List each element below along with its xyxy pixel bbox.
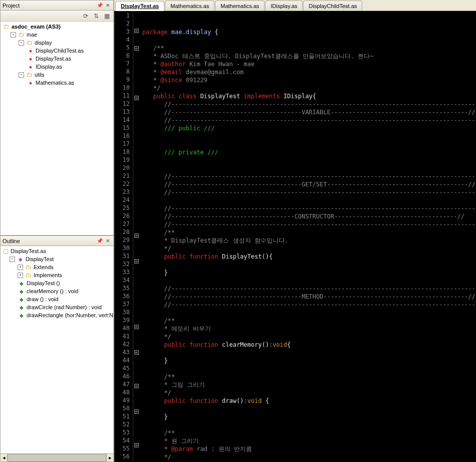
outline-item[interactable]: +🗀Extends	[1, 263, 113, 271]
project-tree-body[interactable]: 🗀 asdoc_exam (AS3) −🗀mae−🗀displayDisplay…	[1, 22, 113, 235]
method-icon	[18, 287, 26, 295]
view-icon[interactable]: ▦	[102, 12, 111, 21]
outline-class[interactable]: − DisplayTest	[1, 255, 113, 263]
outline-panel-title: Outline	[3, 238, 95, 244]
pin-icon[interactable]: 📌	[96, 2, 103, 9]
outline-item[interactable]: clearMemory () : void	[1, 287, 113, 295]
outline-tree: ▢ DisplayTest.as − DisplayTest +🗀Extends…	[1, 246, 113, 320]
outline-panel-header[interactable]: Outline 📌 ✕	[1, 236, 113, 246]
folder-icon: 🗀	[25, 263, 33, 271]
project-tree: 🗀 asdoc_exam (AS3) −🗀mae−🗀displayDisplay…	[1, 22, 113, 88]
fold-icon[interactable]: −	[134, 350, 139, 355]
method-icon	[18, 303, 26, 311]
class-icon	[17, 255, 25, 263]
collapse-icon[interactable]: −	[19, 72, 24, 78]
fold-icon[interactable]: −	[134, 234, 139, 238]
editor-tab[interactable]: DisplayTest.as	[115, 1, 164, 11]
fold-icon[interactable]: −	[134, 259, 139, 264]
folder-icon: 🗀	[26, 71, 34, 79]
project-panel-title: Project	[3, 3, 95, 9]
outline-tree-body[interactable]: ▢ DisplayTest.as − DisplayTest +🗀Extends…	[1, 246, 113, 453]
as-file-icon	[27, 63, 35, 71]
outline-panel: Outline 📌 ✕ ▢ DisplayTest.as − DisplayTe…	[0, 236, 114, 462]
fold-icon[interactable]: −	[134, 96, 139, 100]
editor-tab[interactable]: IDisplay.as	[265, 1, 303, 11]
fold-icon[interactable]: −	[134, 325, 139, 329]
horizontal-scrollbar[interactable]: ◂ ▸	[1, 453, 113, 461]
line-number-gutter: 1234567891011121314151617181920212223242…	[114, 11, 133, 462]
expand-icon[interactable]: +	[18, 265, 23, 270]
method-icon	[18, 279, 26, 287]
fold-icon[interactable]: −	[134, 409, 139, 414]
editor-tab[interactable]: Mathematics.as	[215, 1, 265, 11]
editor-tabs: DisplayTest.asMathematics.asMathematics.…	[114, 0, 476, 11]
refresh-icon[interactable]: ⟳	[81, 12, 90, 21]
fold-column[interactable]: −−−−−−−−−−	[133, 11, 139, 462]
tree-item[interactable]: Mathematics.as	[1, 79, 113, 87]
fold-icon[interactable]: −	[134, 46, 139, 51]
code-content[interactable]: package mae.display { /** * ASDoc 테스트 중입…	[139, 11, 476, 462]
collapse-icon[interactable]: −	[11, 32, 16, 38]
method-icon	[18, 311, 26, 319]
editor-tab[interactable]: Mathematics.as	[165, 1, 214, 11]
project-panel-header[interactable]: Project 📌 ✕	[1, 1, 113, 11]
editor-tab[interactable]: DisplayChildTest.as	[303, 1, 362, 11]
collapse-icon[interactable]: −	[19, 40, 24, 46]
outline-item[interactable]: DisplayTest ()	[1, 279, 113, 287]
outline-item[interactable]: draw () : void	[1, 295, 113, 303]
fold-icon[interactable]: −	[134, 443, 139, 447]
as-file-icon	[27, 55, 35, 63]
sync-icon[interactable]: ⇅	[92, 12, 101, 21]
outline-item[interactable]: drawCircle (rad:Number) : void	[1, 303, 113, 311]
expand-icon[interactable]: +	[18, 273, 23, 278]
folder-icon: 🗀	[26, 39, 34, 47]
outline-item[interactable]: drawRectangle (hor:Number, vert:N	[1, 311, 113, 319]
left-sidebar: Project 📌 ✕ ⟳ ⇅ ▦ 🗀 asdoc_exam (AS3) −🗀m…	[0, 0, 114, 462]
pin-icon[interactable]: 📌	[96, 238, 103, 245]
project-icon: 🗀	[3, 23, 11, 31]
project-panel: Project 📌 ✕ ⟳ ⇅ ▦ 🗀 asdoc_exam (AS3) −🗀m…	[0, 0, 114, 236]
outline-item[interactable]: +🗀Implements	[1, 271, 113, 279]
tree-item[interactable]: −🗀utils	[1, 71, 113, 79]
tree-item[interactable]: DisplayChildTest.as	[1, 47, 113, 55]
close-icon[interactable]: ✕	[104, 238, 111, 245]
folder-icon: 🗀	[25, 271, 33, 279]
tree-item[interactable]: −🗀display	[1, 39, 113, 47]
method-icon	[18, 295, 26, 303]
outline-file[interactable]: ▢ DisplayTest.as	[1, 247, 113, 255]
fold-icon[interactable]: −	[134, 29, 139, 33]
as-file-icon	[27, 79, 35, 87]
tree-item[interactable]: DisplayTest.as	[1, 55, 113, 63]
editor-area: DisplayTest.asMathematics.asMathematics.…	[114, 0, 476, 462]
folder-icon: 🗀	[18, 31, 26, 39]
close-icon[interactable]: ✕	[104, 2, 111, 9]
code-editor[interactable]: 1234567891011121314151617181920212223242…	[114, 11, 476, 462]
tree-item[interactable]: IDisplay.as	[1, 63, 113, 71]
as-file-icon	[27, 47, 35, 55]
collapse-icon[interactable]: −	[10, 257, 15, 262]
tree-item[interactable]: −🗀mae	[1, 31, 113, 39]
project-toolbar: ⟳ ⇅ ▦	[1, 11, 113, 22]
project-root[interactable]: 🗀 asdoc_exam (AS3)	[1, 23, 113, 31]
file-icon: ▢	[2, 247, 10, 255]
fold-icon[interactable]: −	[134, 384, 139, 388]
